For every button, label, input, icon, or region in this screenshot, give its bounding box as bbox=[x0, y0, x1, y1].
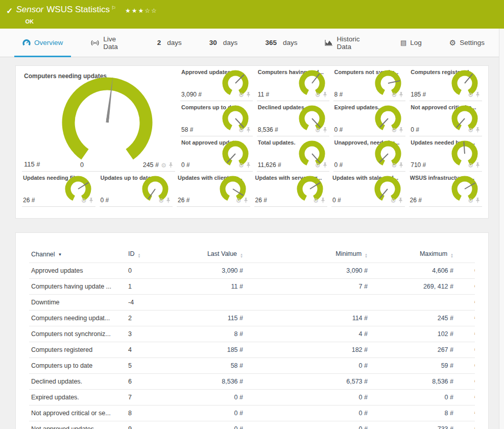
gear-icon[interactable] bbox=[238, 90, 244, 99]
channel-settings-icon[interactable] bbox=[474, 283, 475, 290]
channel-cell[interactable]: Computers registered bbox=[29, 342, 126, 358]
table-row[interactable]: Not approved critical or se... 8 0 # 0 #… bbox=[29, 406, 475, 421]
table-row[interactable]: Not approved updates. 9 0 # 0 # 733 # bbox=[29, 421, 475, 429]
table-row[interactable]: Computers registered 4 185 # 182 # 267 # bbox=[29, 342, 475, 358]
gauge-tile[interactable]: Not approved critical o... 0 # bbox=[410, 101, 482, 136]
gauge-tile[interactable]: Expired updates. 0 # bbox=[333, 101, 406, 136]
gear-icon[interactable] bbox=[313, 196, 319, 205]
gauge-tile[interactable]: Approved updates 3,090 # bbox=[180, 66, 253, 101]
pin-icon[interactable] bbox=[475, 92, 480, 98]
gear-icon[interactable] bbox=[468, 125, 473, 134]
gear-icon[interactable] bbox=[315, 160, 321, 170]
column-header-last-value[interactable]: Last Value bbox=[178, 246, 268, 263]
tab-30-days[interactable]: 30 days bbox=[201, 29, 246, 57]
tab-365-days[interactable]: 365 days bbox=[257, 29, 305, 57]
table-row[interactable]: Expired updates. 7 0 # 0 # 0 # bbox=[29, 390, 475, 406]
gauge-tile[interactable]: Updates needing files. 26 # bbox=[22, 172, 95, 207]
channel-settings-icon[interactable] bbox=[474, 330, 475, 337]
gauge-tile[interactable]: Computers not synchr... 8 # bbox=[333, 66, 406, 101]
gauge-tile[interactable]: Unapproved, needed u... 0 # bbox=[333, 136, 406, 172]
pin-icon[interactable] bbox=[169, 162, 173, 168]
channel-settings-icon[interactable] bbox=[474, 267, 475, 274]
scrollbar[interactable] bbox=[499, 29, 504, 429]
gear-icon[interactable] bbox=[468, 196, 473, 205]
channel-settings-icon[interactable] bbox=[474, 378, 475, 385]
gauge-tile[interactable]: WSUS infrastructure u... 26 # bbox=[409, 172, 483, 207]
table-row[interactable]: Downtime -4 bbox=[29, 295, 475, 311]
gear-icon[interactable] bbox=[161, 160, 166, 170]
gear-icon[interactable] bbox=[468, 90, 473, 99]
channel-cell[interactable]: Not approved critical or se... bbox=[29, 406, 126, 421]
pin-icon[interactable] bbox=[323, 162, 327, 168]
gear-icon[interactable] bbox=[238, 125, 244, 134]
channel-cell[interactable]: Expired updates. bbox=[29, 390, 126, 406]
column-header-minimum[interactable]: Minimum bbox=[268, 246, 375, 263]
column-header-maximum[interactable]: Maximum bbox=[375, 246, 472, 263]
gauge-tile[interactable]: Updates up to date. 0 # bbox=[100, 172, 173, 207]
pin-icon[interactable] bbox=[244, 198, 248, 203]
gear-icon[interactable] bbox=[158, 196, 164, 205]
channel-settings-icon[interactable] bbox=[474, 410, 475, 416]
gauge-tile[interactable]: Updates with stale upd... 0 # bbox=[331, 172, 405, 207]
table-row[interactable]: Approved updates 0 3,090 # 3,090 # 4,606… bbox=[29, 263, 475, 279]
channel-settings-icon[interactable] bbox=[474, 315, 475, 321]
gear-icon[interactable] bbox=[236, 196, 242, 205]
table-row[interactable]: Declined updates. 6 8,536 # 6,573 # 8,53… bbox=[29, 374, 475, 390]
flag-icon[interactable] bbox=[111, 3, 116, 14]
pin-icon[interactable] bbox=[475, 198, 480, 203]
channel-cell[interactable]: Computers not synchroniz... bbox=[29, 326, 126, 342]
gauge-tile[interactable]: Not approved updates 0 # bbox=[180, 136, 253, 172]
gauge-tile[interactable]: Computers up to date 58 # bbox=[180, 101, 253, 136]
gauge-tile[interactable]: Updates with server err... 26 # bbox=[254, 172, 328, 207]
priority-stars[interactable]: ★★★☆☆ bbox=[125, 5, 158, 16]
channel-settings-icon[interactable] bbox=[474, 362, 475, 369]
pin-icon[interactable] bbox=[399, 127, 403, 133]
gear-icon[interactable] bbox=[81, 196, 87, 205]
gauge-tile[interactable]: Total updates. 11,626 # bbox=[257, 136, 329, 172]
gauge-tile[interactable]: Computers having upd... 11 # bbox=[257, 66, 329, 101]
gear-icon[interactable] bbox=[391, 125, 397, 134]
tab-settings[interactable]: Settings bbox=[441, 29, 493, 57]
pin-icon[interactable] bbox=[321, 198, 325, 203]
pin-icon[interactable] bbox=[475, 162, 480, 168]
gear-icon[interactable] bbox=[391, 160, 397, 170]
table-row[interactable]: Computers not synchroniz... 3 8 # 4 # 10… bbox=[29, 326, 475, 342]
gauge-tile[interactable]: Declined updates. 8,536 # bbox=[257, 101, 329, 136]
tab-historic-data[interactable]: Historic Data bbox=[317, 29, 381, 57]
tab-log[interactable]: Log bbox=[392, 29, 430, 57]
gauge-tile[interactable]: Updates needed by co... 710 # bbox=[410, 136, 482, 172]
column-header-channel[interactable]: Channel bbox=[29, 246, 126, 263]
gauge-tile[interactable]: Updates with client err... 26 # bbox=[177, 172, 250, 207]
pin-icon[interactable] bbox=[246, 127, 251, 133]
channel-cell[interactable]: Not approved updates. bbox=[29, 421, 126, 429]
gear-icon[interactable] bbox=[391, 90, 397, 99]
tab-live-data[interactable]: Live Data bbox=[82, 29, 138, 57]
table-row[interactable]: Computers needing updat... 2 115 # 114 #… bbox=[29, 311, 475, 326]
tab-overview[interactable]: Overview bbox=[14, 29, 71, 57]
pin-icon[interactable] bbox=[399, 92, 403, 98]
pin-icon[interactable] bbox=[89, 198, 93, 203]
channel-settings-icon[interactable] bbox=[474, 299, 475, 305]
channel-settings-icon[interactable] bbox=[474, 394, 475, 400]
channel-cell[interactable]: Downtime bbox=[29, 295, 126, 311]
channel-cell[interactable]: Approved updates bbox=[29, 263, 126, 279]
gear-icon[interactable] bbox=[238, 160, 244, 170]
pin-icon[interactable] bbox=[323, 92, 327, 98]
main-gauge-tile[interactable]: Computers needing updates 0 245 # 115 # bbox=[22, 66, 175, 172]
table-row[interactable]: Computers up to date 5 58 # 0 # 59 # bbox=[29, 358, 475, 374]
channel-settings-icon[interactable] bbox=[474, 346, 475, 353]
table-row[interactable]: Computers having update ... 1 11 # 7 # 2… bbox=[29, 279, 475, 295]
channel-cell[interactable]: Computers needing updat... bbox=[29, 311, 126, 326]
pin-icon[interactable] bbox=[398, 198, 403, 203]
pin-icon[interactable] bbox=[399, 162, 403, 168]
gear-icon[interactable] bbox=[315, 90, 321, 99]
channel-settings-icon[interactable] bbox=[474, 425, 475, 429]
pin-icon[interactable] bbox=[166, 198, 171, 203]
channel-cell[interactable]: Declined updates. bbox=[29, 374, 126, 390]
channel-cell[interactable]: Computers having update ... bbox=[29, 279, 126, 295]
channel-cell[interactable]: Computers up to date bbox=[29, 358, 126, 374]
gear-icon[interactable] bbox=[391, 196, 396, 205]
pin-icon[interactable] bbox=[323, 127, 327, 133]
gear-icon[interactable] bbox=[468, 160, 473, 170]
pin-icon[interactable] bbox=[246, 92, 251, 98]
